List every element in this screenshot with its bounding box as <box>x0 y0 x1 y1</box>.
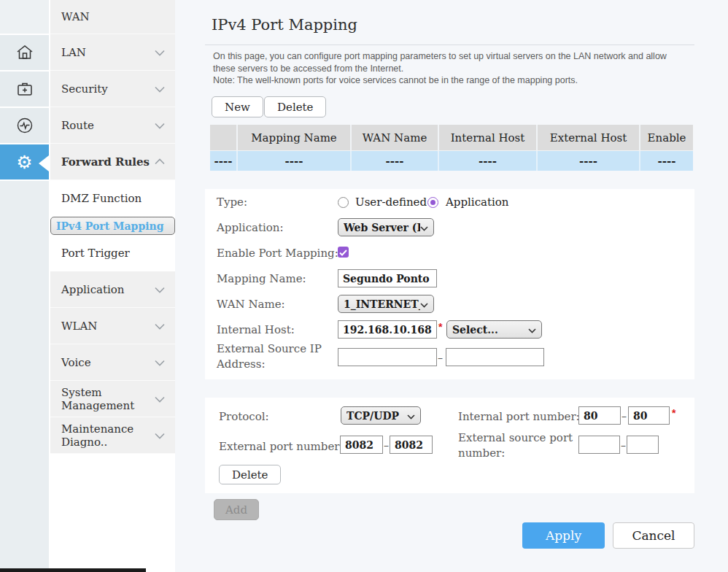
mapping-name-label: Mapping Name: <box>217 272 306 285</box>
sidebar-item-wan[interactable]: WAN <box>50 0 175 34</box>
sidebar-item-label: Maintenance Diagno.. <box>61 422 155 449</box>
chevron-down-icon <box>155 359 165 366</box>
radio-user-defined[interactable] <box>338 197 349 208</box>
sidebar-subitem-port-trigger[interactable]: Port Trigger <box>50 235 175 271</box>
required-asterisk: * <box>438 321 442 333</box>
sidebar-item-route[interactable]: Route <box>50 107 175 144</box>
external-source-port-from-input[interactable] <box>578 436 620 454</box>
chevron-down-icon <box>420 222 428 233</box>
external-port-to-input[interactable]: 8082 <box>390 436 433 454</box>
sidebar-item-label: WAN <box>61 10 90 23</box>
application-select-value: Web Server (HTT <box>344 222 420 233</box>
chevron-down-icon <box>407 410 415 422</box>
chevron-down-icon <box>528 324 536 336</box>
external-source-ip-label: External Source IP Address: <box>217 341 328 372</box>
delete-button[interactable]: Delete <box>264 96 326 117</box>
chevron-down-icon <box>155 85 165 93</box>
rail-item-service[interactable] <box>0 72 49 108</box>
table-cell: ---- <box>238 151 352 171</box>
rail-item-diagnose[interactable] <box>0 108 49 144</box>
application-label: Application: <box>217 221 284 234</box>
table-row[interactable]: ---- ---- ---- ---- ---- ---- <box>210 151 693 171</box>
table-cell: ---- <box>352 151 439 171</box>
external-source-port-to-input[interactable] <box>627 436 659 454</box>
table-cell: ---- <box>210 151 238 171</box>
sidebar-subitem-label: IPv4 Port Mapping <box>56 220 163 232</box>
sidebar-subitem-dmz-function[interactable]: DMZ Function <box>50 180 175 217</box>
internal-port-to-input[interactable]: 80 <box>628 406 670 425</box>
protocol-select[interactable]: TCP/UDP <box>341 406 421 425</box>
sidebar-item-lan[interactable]: LAN <box>50 34 175 71</box>
page-description: On this page, you can configure port map… <box>213 50 686 87</box>
table-header-select <box>210 125 238 150</box>
port-mapping-table: Mapping Name WAN Name Internal Host Exte… <box>210 125 693 171</box>
title-divider <box>205 45 694 45</box>
radio-application-label[interactable]: Application <box>446 196 509 209</box>
external-source-ip-to-input[interactable] <box>446 348 544 366</box>
sidebar-subitem-ipv4-port-mapping[interactable]: IPv4 Port Mapping <box>50 217 175 235</box>
active-menu-notch <box>39 155 49 171</box>
chevron-down-icon <box>155 395 165 403</box>
rail-item-home[interactable] <box>0 35 49 72</box>
range-dash: – <box>621 406 627 425</box>
new-button[interactable]: New <box>212 96 263 117</box>
sidebar-subitem-label: DMZ Function <box>61 192 142 205</box>
cancel-button[interactable]: Cancel <box>613 522 694 549</box>
application-select[interactable]: Web Server (HTT <box>338 218 434 236</box>
radio-user-defined-label[interactable]: User-defined <box>355 196 427 209</box>
internal-host-select[interactable]: Select... <box>446 320 542 339</box>
range-dash: – <box>621 436 626 454</box>
service-kit-icon <box>15 80 34 98</box>
type-label: Type: <box>217 196 247 209</box>
internal-host-select-value: Select... <box>452 324 498 336</box>
sidebar-item-wlan[interactable]: WLAN <box>50 308 175 344</box>
internal-port-label: Internal port number: <box>458 410 580 423</box>
delete-port-row-button[interactable]: Delete <box>219 465 281 484</box>
sidebar-item-maintenance-diagnose[interactable]: Maintenance Diagno.. <box>50 417 175 454</box>
required-asterisk: * <box>672 407 675 419</box>
protocol-select-value: TCP/UDP <box>346 410 399 422</box>
home-icon <box>15 43 34 62</box>
mapping-name-input[interactable]: Segundo Ponto <box>338 269 437 287</box>
range-dash: – <box>438 348 443 366</box>
sidebar-item-forward-rules[interactable]: Forward Rules <box>50 144 175 180</box>
wan-name-select-value: 1_INTERNET_R_V <box>344 298 420 310</box>
settings-gear-icon: ⚙ <box>16 153 32 171</box>
chevron-down-icon <box>420 298 428 310</box>
sidebar-item-label: Voice <box>61 356 91 369</box>
external-port-from-input[interactable]: 8082 <box>340 436 383 454</box>
table-header-mapping-name: Mapping Name <box>238 125 352 150</box>
range-dash: – <box>384 436 389 454</box>
bottom-dark-strip <box>0 568 146 572</box>
external-source-ip-from-input[interactable] <box>338 348 437 366</box>
chevron-down-icon <box>155 432 165 439</box>
table-header-row: Mapping Name WAN Name Internal Host Exte… <box>210 125 693 151</box>
chevron-down-icon <box>155 286 165 293</box>
chevron-up-icon <box>155 158 165 166</box>
apply-button[interactable]: Apply <box>522 522 605 549</box>
radio-application[interactable] <box>427 197 438 208</box>
table-header-wan-name: WAN Name <box>352 125 439 150</box>
chevron-down-icon <box>155 322 165 330</box>
sidebar-item-label: Forward Rules <box>61 155 150 169</box>
table-cell: ---- <box>538 151 640 171</box>
add-button[interactable]: Add <box>214 499 259 520</box>
wan-name-select[interactable]: 1_INTERNET_R_V <box>338 295 434 313</box>
enable-port-mapping-checkbox[interactable] <box>338 247 349 258</box>
sidebar-subitem-label: Port Trigger <box>61 247 130 260</box>
description-text: On this page, you can configure port map… <box>213 50 686 74</box>
sidebar-item-label: Security <box>61 82 108 96</box>
description-note: Note: The well-known ports for voice ser… <box>213 74 686 87</box>
internal-host-input[interactable]: 192.168.10.168 <box>338 320 437 339</box>
sidebar-item-voice[interactable]: Voice <box>50 344 175 381</box>
protocol-label: Protocol: <box>219 410 269 423</box>
table-header-external-host: External Host <box>538 125 640 150</box>
sidebar-item-application[interactable]: Application <box>50 271 175 308</box>
sidebar-item-system-management[interactable]: System Management <box>50 381 175 417</box>
sidebar: WAN LAN Security Route Forward Rules DMZ… <box>50 0 175 572</box>
wan-name-label: WAN Name: <box>217 298 285 311</box>
internal-port-from-input[interactable]: 80 <box>578 406 621 425</box>
table-cell: ---- <box>640 151 693 171</box>
internal-host-label: Internal Host: <box>217 323 295 336</box>
sidebar-item-security[interactable]: Security <box>50 71 175 107</box>
